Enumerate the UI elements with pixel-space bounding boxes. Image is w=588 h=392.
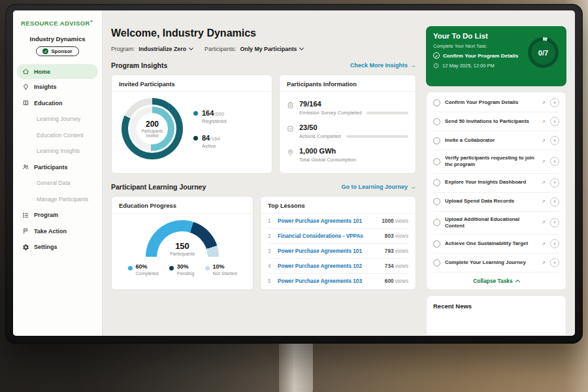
sidebar-item-education[interactable]: Education [13, 95, 102, 112]
app-logo-text: RESOURCE ADVISOR [21, 20, 90, 27]
gauge-center-value: 150 [175, 242, 189, 250]
card-title: Invited Participants [112, 81, 272, 92]
legend-item-completed: 60% Completed [128, 264, 159, 276]
task-open-button[interactable]: › [550, 218, 559, 227]
sidebar-item-participants[interactable]: Participants [13, 159, 102, 176]
sidebar-item-label: Participants [34, 164, 68, 171]
task-open-button[interactable]: › [550, 117, 559, 126]
donut-center-value: 200 [146, 120, 159, 129]
task-row[interactable]: Upload Spend Data Records ↗ › [433, 193, 559, 212]
participants-filter-dropdown[interactable]: Only My Participants [240, 46, 303, 52]
participants-information-card: Participants Information 79/164 Emission… [279, 74, 416, 174]
todo-next-task[interactable]: ✓ Confirm Your Program Details [433, 52, 531, 59]
task-checkbox[interactable] [433, 137, 440, 144]
scene-background: RESOURCE ADVISOR+ Industry Dynamics ✓ Sp… [0, 0, 588, 392]
chevron-right-icon: › [554, 260, 556, 266]
sponsor-badge[interactable]: ✓ Sponsor [36, 46, 78, 56]
check-more-insights-link[interactable]: Check More Insights → [350, 62, 416, 69]
sidebar-item-manage-participants[interactable]: Manage Participants [13, 191, 102, 208]
todo-progress-value: 0/7 [531, 41, 555, 65]
lesson-row: 4 Power Purchase Agreements 102 734views [268, 259, 408, 274]
sidebar-item-label: Education Content [37, 132, 83, 139]
task-checkbox[interactable] [433, 158, 440, 165]
gauge-center-label: Participants [170, 251, 195, 257]
chevron-right-icon: › [554, 220, 556, 225]
gauge-legend: 60% Completed 30% Pending [128, 264, 237, 276]
sidebar-item-education-content[interactable]: Education Content [13, 127, 102, 144]
task-row[interactable]: Explore Your Insights Dashboard ↗ › [433, 174, 559, 193]
legend-dot [193, 111, 198, 116]
task-open-button[interactable]: › [550, 239, 559, 248]
task-checkbox[interactable] [433, 118, 440, 125]
todo-next-task-label: Confirm Your Program Details [443, 53, 518, 59]
lesson-link[interactable]: Power Purchase Agreements 101 [278, 218, 376, 224]
task-row[interactable]: Invite a Collaborator ↗ › [433, 131, 559, 150]
insights-icon [22, 84, 29, 91]
sidebar-item-take-action[interactable]: Take Action [13, 223, 102, 240]
link-label: Go to Learning Journey [341, 184, 408, 190]
task-open-button[interactable]: › [550, 98, 559, 107]
task-row[interactable]: Complete Your Learning Journey ↗ › [433, 253, 559, 272]
task-row[interactable]: Achieve One Sustainability Target ↗ › [433, 235, 559, 253]
task-open-button[interactable]: › [550, 178, 559, 188]
sidebar-item-learning-journey[interactable]: Learning Journey [13, 111, 102, 127]
chevron-right-icon: › [554, 138, 556, 144]
legend-label: Pending [177, 270, 195, 276]
recent-news-card: Recent News [426, 295, 566, 336]
sponsor-badge-label: Sponsor [51, 48, 72, 54]
lesson-link[interactable]: Power Purchase Agreements 102 [278, 263, 380, 269]
task-row[interactable]: Send 50 Invitations to Participants ↗ › [433, 112, 559, 131]
legend-label: Active [202, 143, 220, 149]
monitor-stand [279, 342, 313, 392]
lesson-link[interactable]: Power Purchase Agreements 103 [278, 278, 380, 284]
sidebar-item-settings[interactable]: Settings [13, 239, 102, 255]
sidebar-item-home[interactable]: Home [17, 64, 98, 79]
stat-label: Total Global Consumption [299, 157, 356, 163]
task-checkbox[interactable] [433, 219, 440, 226]
lesson-views-unit: views [395, 263, 408, 269]
monitor-bezel: RESOURCE ADVISOR+ Industry Dynamics ✓ Sp… [5, 4, 583, 344]
stat-label: Actions Completed [299, 133, 341, 139]
lesson-views: 803 [385, 233, 394, 239]
sidebar-item-label: Education [34, 100, 63, 106]
task-label: Upload Spend Data Records [445, 198, 537, 204]
task-row[interactable]: Verify participants requesting to join t… [433, 150, 559, 174]
sidebar-item-label: Learning Insights [37, 148, 80, 154]
task-checkbox[interactable] [433, 240, 440, 248]
task-row[interactable]: Confirm Your Program Details ↗ › [433, 93, 559, 112]
sidebar-item-program[interactable]: Program [13, 207, 102, 223]
legend-item-pending: 30% Pending [169, 264, 195, 276]
progress-bar [346, 135, 408, 138]
sidebar-item-learning-insights[interactable]: Learning Insights [13, 143, 102, 159]
card-title: Education Progress [112, 203, 253, 214]
task-open-button[interactable]: › [550, 157, 559, 166]
filter-bar: Program: Industrialize Zero Participants… [111, 46, 416, 52]
task-open-button[interactable]: › [550, 197, 559, 206]
legend-total: /164 [210, 136, 220, 142]
lesson-views: 1000 [382, 218, 393, 224]
task-checkbox[interactable] [433, 259, 440, 267]
go-to-learning-journey-link[interactable]: Go to Learning Journey → [341, 184, 416, 190]
recent-news-title: Recent News [433, 302, 472, 310]
sidebar-item-general-data[interactable]: General Data [13, 175, 102, 191]
task-open-button[interactable]: › [550, 136, 559, 145]
sidebar-item-label: Program [34, 212, 58, 218]
sidebar-item-label: Insights [34, 84, 57, 90]
task-open-button[interactable]: › [550, 258, 559, 267]
lesson-link[interactable]: Financial Considerations - VPPAs [278, 233, 380, 239]
task-checkbox[interactable] [433, 198, 440, 205]
program-filter-dropdown[interactable]: Industrialize Zero [139, 46, 193, 52]
link-label: Check More Insights [350, 62, 408, 69]
task-row[interactable]: Upload Additional Educational Content ↗ … [433, 212, 559, 235]
lesson-link[interactable]: Power Purchase Agreements 101 [278, 248, 380, 254]
collapse-tasks-button[interactable]: Collapse Tasks [433, 272, 559, 287]
check-icon: ✓ [433, 52, 440, 59]
app-window: RESOURCE ADVISOR+ Industry Dynamics ✓ Sp… [13, 10, 575, 336]
section-title: Participant Learning Journey [111, 183, 206, 191]
external-link-icon: ↗ [542, 100, 546, 106]
task-checkbox[interactable] [433, 179, 440, 186]
sidebar-item-insights[interactable]: Insights [13, 79, 102, 95]
sidebar-nav: Home Insights Education Learning Journey [13, 64, 102, 255]
task-checkbox[interactable] [433, 99, 440, 106]
card-title: Top Lessons [261, 203, 416, 214]
